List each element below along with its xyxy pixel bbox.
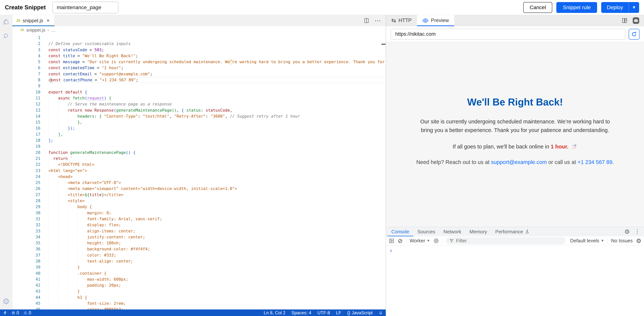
code-line[interactable]: 7const contactEmail = "support@example.c… [12, 71, 386, 77]
code-line[interactable]: 29 body { [12, 204, 386, 210]
tab-preview[interactable]: Preview [417, 15, 454, 26]
tab-snippet-js[interactable]: JS snippet.js × [12, 15, 54, 26]
close-icon[interactable]: × [46, 18, 50, 23]
support-email-link[interactable]: support@example.com [491, 159, 547, 165]
code-line[interactable]: 36 background-color: #f4f4f4; [12, 246, 386, 252]
code-line[interactable]: 15 }, [12, 119, 386, 125]
code-line[interactable]: 5const message = "Our site is currently … [12, 59, 386, 65]
code-line[interactable]: 1 [12, 35, 386, 41]
code-line[interactable]: 12 // Serve the maintenance page as a re… [12, 101, 386, 107]
devtools-settings-gear-icon[interactable]: ⚙ [624, 229, 630, 235]
code-line[interactable]: 17 }, [12, 131, 386, 137]
maintenance-message: Our site is currently undergoing schedul… [414, 117, 616, 135]
code-line[interactable]: 4const title = "We'll Be Right Back!"; [12, 53, 386, 59]
notifications-bell-icon[interactable] [379, 311, 383, 315]
code-line[interactable]: 31 font-family: Arial, sans-serif; [12, 216, 386, 222]
live-expression-eye-icon[interactable] [434, 238, 439, 244]
code-line[interactable]: 23<html lang="en"> [12, 168, 386, 174]
editor-scrollbar[interactable] [381, 34, 386, 309]
warning-icon: ⚠ [24, 310, 27, 315]
split-editor-icon[interactable] [364, 18, 369, 24]
code-line[interactable]: 20function generateMaintenancePage() { [12, 150, 386, 156]
tab-sources[interactable]: Sources [413, 227, 439, 236]
tab-console[interactable]: Console [387, 227, 413, 236]
breadcrumb[interactable]: JS snippet.js › … [12, 26, 386, 34]
code-editor[interactable]: 12// Define your customizable inputs3con… [12, 34, 386, 309]
deploy-button[interactable]: Deploy [601, 2, 629, 13]
code-line[interactable]: 26 <meta name="viewport" content="width=… [12, 186, 386, 192]
code-line[interactable]: 9 [12, 83, 386, 89]
url-input[interactable] [390, 29, 625, 40]
cancel-button[interactable]: Cancel [523, 2, 552, 13]
code-line[interactable]: 25 <meta charset="UTF-8"> [12, 180, 386, 186]
code-line[interactable]: 24 <head> [12, 174, 386, 180]
code-line[interactable]: 39 } [12, 264, 386, 270]
code-line[interactable]: 6const estimatedTime = "1 hour"; [12, 65, 386, 71]
console-settings-gear-icon[interactable]: ⚙ [636, 238, 642, 244]
indentation-setting[interactable]: Spaces: 4 [291, 310, 311, 315]
code-line[interactable]: 21 return ` [12, 156, 386, 162]
console-log-area[interactable]: › [386, 245, 644, 316]
eol-setting[interactable]: LF [336, 310, 341, 315]
code-line[interactable]: 45 font-size: 2rem; [12, 300, 386, 306]
breadcrumb-file: snippet.js [26, 28, 45, 33]
clear-console-icon[interactable]: ⊘ [398, 238, 403, 244]
snippet-rule-button[interactable]: Snippet rule [556, 2, 597, 13]
code-line[interactable]: 27 <title>${title}</title> [12, 192, 386, 198]
code-line[interactable]: 14 headers: { "Content-Type": "text/html… [12, 113, 386, 119]
language-mode[interactable]: {} JavaScript [347, 310, 373, 315]
discord-icon[interactable] [632, 17, 640, 24]
refresh-button[interactable] [629, 29, 640, 40]
code-line[interactable]: 19 [12, 143, 386, 149]
remote-indicator-icon[interactable] [3, 311, 7, 315]
code-line[interactable]: 38 text-align: center; [12, 258, 386, 264]
code-line[interactable]: 11 async fetch(request) { [12, 95, 386, 101]
console-sidebar-toggle-icon[interactable] [389, 238, 394, 244]
code-line[interactable]: 37 color: #333; [12, 252, 386, 258]
code-line[interactable]: 30 margin: 0; [12, 210, 386, 216]
code-line[interactable]: 2// Define your customizable inputs [12, 41, 386, 47]
log-levels-selector[interactable]: Default levels▼ [570, 238, 604, 244]
code-line[interactable]: 41 max-width: 600px; [12, 276, 386, 282]
code-line[interactable]: 16 }); [12, 125, 386, 131]
code-line[interactable]: 34 justify-content: center; [12, 234, 386, 240]
cursor-position[interactable]: Ln 8, Col 2 [264, 310, 285, 315]
context-selector[interactable]: Worker▼ [410, 238, 430, 244]
problems-warnings[interactable]: ⚠ 0 [24, 310, 31, 315]
docs-book-icon[interactable] [621, 18, 628, 24]
code-line[interactable]: 13 return new Response(generateMaintenan… [12, 107, 386, 113]
code-line[interactable]: 42 padding: 20px; [12, 282, 386, 288]
files-icon[interactable] [2, 18, 10, 26]
code-line[interactable]: 44 h1 { [12, 294, 386, 300]
tab-performance[interactable]: Performance [491, 227, 534, 236]
code-line[interactable]: 43 } [12, 288, 386, 294]
encoding-setting[interactable]: UTF-8 [317, 310, 330, 315]
tab-http[interactable]: ⇆ HTTP [386, 15, 417, 26]
problems-errors[interactable]: ⊘ 0 [12, 310, 19, 315]
code-line[interactable]: 3const statusCode = 503; [12, 47, 386, 53]
code-line[interactable]: 22 <!DOCTYPE html> [12, 162, 386, 168]
code-line[interactable]: 8const contactPhone = "+1 234 567 89"; [12, 77, 386, 83]
eta-highlight: 1 hour. [551, 144, 568, 150]
issues-counter[interactable]: No Issues [611, 238, 633, 244]
code-line[interactable]: 28 <style> [12, 198, 386, 204]
kebab-menu-icon[interactable]: ⋮ [634, 229, 640, 235]
code-line[interactable]: 35 height: 100vh; [12, 240, 386, 246]
search-icon[interactable] [2, 33, 10, 40]
code-line[interactable]: 32 display: flex; [12, 222, 386, 228]
code-line[interactable]: 18}; [12, 137, 386, 143]
code-line[interactable]: 33 align-items: center; [12, 228, 386, 234]
snippet-name-input[interactable] [52, 2, 118, 13]
code-line[interactable]: 46 color: #0056b3; [12, 306, 386, 309]
phone-link[interactable]: +1 234 567 89 [578, 159, 612, 165]
filter-input[interactable] [456, 238, 562, 244]
tab-memory[interactable]: Memory [465, 227, 491, 236]
console-prompt[interactable]: › [389, 247, 393, 254]
code-line[interactable]: 10export default { [12, 89, 386, 95]
more-actions-icon[interactable]: ⋯ [374, 18, 381, 24]
settings-gear-icon[interactable]: ⚙ [2, 296, 10, 306]
deploy-dropdown-button[interactable]: ▼ [629, 2, 639, 13]
code-line[interactable]: 40 .container { [12, 270, 386, 276]
chevron-right-icon: › [48, 28, 49, 33]
tab-network[interactable]: Network [439, 227, 465, 236]
